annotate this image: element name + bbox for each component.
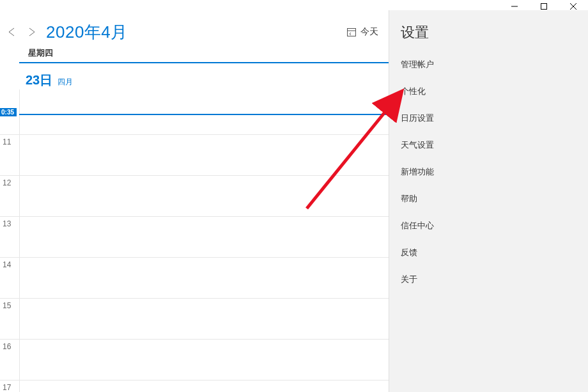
- prev-button[interactable]: [3, 22, 22, 42]
- settings-item-calendar-settings[interactable]: 日历设置: [389, 105, 588, 132]
- maximize-button[interactable]: [529, 0, 559, 13]
- today-button[interactable]: 今天: [341, 24, 383, 40]
- today-label: 今天: [360, 26, 378, 38]
- settings-item-help[interactable]: 帮助: [389, 185, 588, 212]
- hour-label: 14: [3, 260, 11, 269]
- settings-item-weather-settings[interactable]: 天气设置: [389, 132, 588, 159]
- hour-label: 12: [3, 178, 11, 187]
- hour-label: 15: [3, 301, 11, 310]
- hour-label: 16: [3, 342, 11, 351]
- calendar-today-icon: [346, 27, 357, 37]
- close-button[interactable]: [559, 0, 588, 13]
- svg-rect-1: [541, 4, 547, 10]
- svg-rect-4: [348, 29, 356, 36]
- date-number: 23日: [26, 72, 52, 89]
- settings-item-about[interactable]: 关于: [389, 266, 588, 293]
- minimize-button[interactable]: [500, 0, 529, 13]
- settings-item-manage-accounts[interactable]: 管理帐户: [389, 51, 588, 78]
- next-button[interactable]: [22, 22, 41, 42]
- now-time-label: 0:35: [0, 108, 17, 116]
- window-controls: [500, 0, 588, 13]
- hour-label: 11: [3, 137, 11, 146]
- hour-label: 13: [3, 219, 11, 228]
- settings-panel: 设置 管理帐户 个性化 日历设置 天气设置 新增功能 帮助 信任中心 反馈 关于: [389, 10, 588, 392]
- date-month: 四月: [58, 77, 73, 88]
- settings-title: 设置: [389, 20, 588, 51]
- settings-item-personalization[interactable]: 个性化: [389, 78, 588, 105]
- settings-item-whats-new[interactable]: 新增功能: [389, 159, 588, 185]
- hour-label: 17: [3, 383, 11, 392]
- calendar-title: 2020年4月: [46, 21, 128, 43]
- settings-item-trust-center[interactable]: 信任中心: [389, 212, 588, 239]
- settings-item-feedback[interactable]: 反馈: [389, 239, 588, 266]
